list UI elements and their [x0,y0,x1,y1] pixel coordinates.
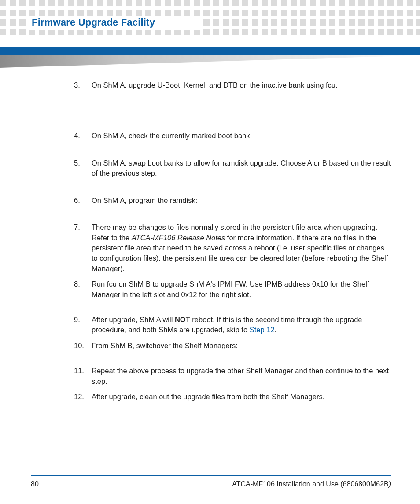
step-11: Repeat the above process to upgrade the … [74,366,391,386]
step-text: On ShM A, program the ramdisk: [92,196,197,204]
step-text: After upgrade, clean out the upgrade fil… [92,393,324,401]
doc-title: ATCA-MF106 Installation and Use (6806800… [232,480,391,488]
step-text-c: . [275,326,277,334]
step-text: Run fcu on ShM B to upgrade ShM A's IPMI… [92,280,369,298]
step-6: On ShM A, program the ramdisk: [74,195,391,206]
step-12-link[interactable]: Step 12 [250,326,275,334]
step-7: There may be changes to files normally s… [74,222,391,274]
step-3: On ShM A, upgrade U-Boot, Kernel, and DT… [74,80,391,90]
step-text: On ShM A, check the currently marked boo… [92,132,252,140]
step-list: On ShM A, upgrade U-Boot, Kernel, and DT… [74,80,391,402]
step-10: From ShM B, switchover the Shelf Manager… [74,341,391,351]
step-8: Run fcu on ShM B to upgrade ShM A's IPMI… [74,279,391,300]
section-title: Firmware Upgrade Facility [32,17,158,28]
page-number: 80 [31,480,39,488]
step-9: After upgrade, ShM A will NOT reboot. If… [74,315,391,335]
step-9-not: NOT [175,316,190,324]
step-text: On ShM A, upgrade U-Boot, Kernel, and DT… [92,81,338,89]
step-text: From ShM B, switchover the Shelf Manager… [92,342,238,349]
footer-rule [31,475,391,476]
header-blue-bar [0,47,420,55]
step-text: Repeat the above process to upgrade the … [92,367,389,385]
step-text-a: After upgrade, ShM A will [92,316,175,324]
release-notes-ref: ATCA-MF106 Release Notes [132,234,225,242]
content-area: On ShM A, upgrade U-Boot, Kernel, and DT… [74,80,391,409]
step-4: On ShM A, check the currently marked boo… [74,131,391,141]
doc-title-main: ATCA-MF106 Installation and Use (6806800… [232,480,388,488]
step-12: After upgrade, clean out the upgrade fil… [74,392,391,402]
step-text: On ShM A, swap boot banks to allow for r… [92,159,391,177]
header-wedge [0,55,420,68]
page: Firmware Upgrade Facility On ShM A, upgr… [0,0,420,504]
doc-title-suffix: ) [389,480,391,488]
step-5: On ShM A, swap boot banks to allow for r… [74,158,391,179]
